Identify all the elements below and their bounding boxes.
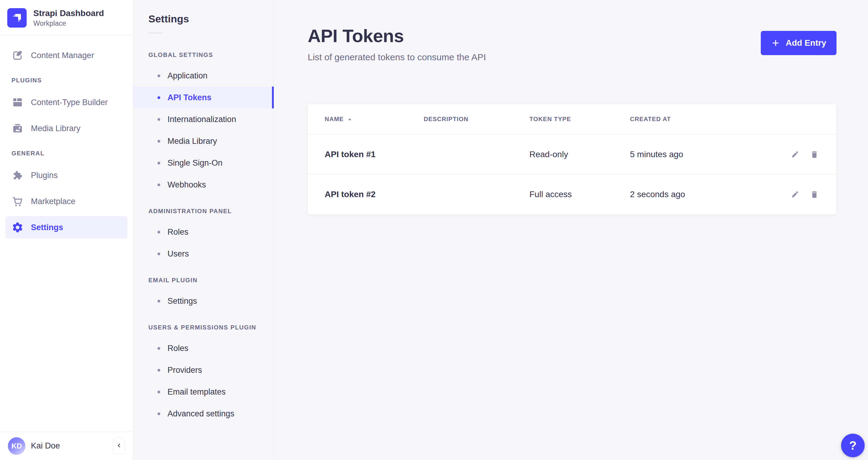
add-entry-label: Add Entry — [786, 38, 826, 48]
subnav-item-providers[interactable]: Providers — [133, 359, 274, 381]
subnav-section-email-plugin: EMAIL PLUGIN Settings — [133, 277, 274, 312]
column-header-name[interactable]: NAME — [325, 116, 424, 123]
strapi-logo-icon — [7, 8, 27, 28]
pencil-icon — [790, 190, 800, 199]
subnav-item-webhooks[interactable]: Webhooks — [133, 174, 274, 196]
delete-token-button[interactable] — [809, 189, 819, 200]
bullet-icon — [157, 391, 160, 393]
add-entry-button[interactable]: Add Entry — [761, 31, 837, 55]
sidebar-item-marketplace[interactable]: Marketplace — [5, 190, 127, 213]
token-created-at: 2 seconds ago — [630, 190, 774, 199]
image-icon — [11, 122, 24, 134]
edit-token-button[interactable] — [790, 149, 800, 160]
subnav-section-label: USERS & PERMISSIONS PLUGIN — [133, 324, 274, 331]
layout-grid-icon — [11, 96, 24, 109]
bullet-icon — [157, 252, 160, 255]
chevron-left-icon — [116, 442, 122, 450]
sidebar-nav: Content Manager PLUGINS Content-Type Bui… — [0, 36, 133, 432]
subnav-item-email-templates[interactable]: Email templates — [133, 381, 274, 403]
bullet-icon — [157, 231, 160, 234]
subnav-item-label: Roles — [167, 344, 188, 353]
subnav-title: Settings — [133, 13, 274, 25]
subnav-item-label: Media Library — [167, 136, 217, 146]
cart-icon — [11, 195, 24, 208]
bullet-icon — [157, 96, 160, 99]
subnav-item-advanced-settings[interactable]: Advanced settings — [133, 403, 274, 425]
sidebar-item-plugins[interactable]: Plugins — [5, 164, 127, 187]
sidebar-section-general: GENERAL — [11, 150, 127, 157]
delete-token-button[interactable] — [809, 149, 819, 160]
subnav-section-label: ADMINISTRATION PANEL — [133, 208, 274, 215]
sidebar-item-label: Settings — [31, 223, 63, 232]
subnav-item-label: API Tokens — [167, 93, 211, 102]
subnav-item-internationalization[interactable]: Internationalization — [133, 109, 274, 130]
avatar[interactable]: KD — [8, 437, 26, 455]
token-name: API token #1 — [325, 150, 424, 159]
subnav-item-label: Application — [167, 71, 208, 81]
subnav-item-label: Advanced settings — [167, 409, 235, 419]
sidebar-item-label: Plugins — [31, 171, 58, 180]
puzzle-icon — [11, 169, 24, 181]
subnav-item-application[interactable]: Application — [133, 65, 274, 87]
column-header-token-type: TOKEN TYPE — [529, 116, 630, 123]
subnav-section-label: GLOBAL SETTINGS — [133, 52, 274, 59]
subnav-item-label: Providers — [167, 366, 202, 375]
subnav-item-api-tokens[interactable]: API Tokens — [133, 87, 274, 109]
brand-home-link[interactable]: Strapi Dashboard Workplace — [0, 0, 133, 35]
subnav-item-label: Single Sign-On — [167, 158, 223, 168]
app-title: Strapi Dashboard — [33, 8, 104, 19]
subnav-item-label: Settings — [167, 297, 197, 306]
trash-icon — [810, 150, 819, 159]
bullet-icon — [157, 347, 160, 350]
subnav-item-label: Email templates — [167, 387, 226, 397]
bullet-icon — [157, 140, 160, 143]
subnav-item-admin-roles[interactable]: Roles — [133, 221, 274, 243]
bullet-icon — [157, 118, 160, 121]
table-row: API token #2 Full access 2 seconds ago — [308, 175, 837, 214]
column-header-created-at: CREATED AT — [630, 116, 774, 123]
bullet-icon — [157, 162, 160, 164]
bullet-icon — [157, 184, 160, 186]
help-button[interactable]: ? — [841, 434, 865, 457]
table-row: API token #1 Read-only 5 minutes ago — [308, 134, 837, 175]
token-type: Read-only — [529, 150, 630, 159]
subnav-item-up-roles[interactable]: Roles — [133, 337, 274, 359]
edit-token-button[interactable] — [790, 189, 800, 200]
divider — [148, 33, 163, 33]
token-type: Full access — [529, 190, 630, 199]
sidebar-item-content-type-builder[interactable]: Content-Type Builder — [5, 91, 127, 114]
user-name: Kai Doe — [31, 441, 107, 451]
subnav-item-label: Users — [167, 249, 189, 258]
sidebar-item-settings[interactable]: Settings — [5, 216, 127, 239]
table-header-row: NAME DESCRIPTION TOKEN TYPE CREATED AT — [308, 104, 837, 134]
sidebar-item-media-library[interactable]: Media Library — [5, 117, 127, 140]
main-content: API Tokens List of generated tokens to c… — [274, 0, 868, 460]
subnav-item-single-sign-on[interactable]: Single Sign-On — [133, 152, 274, 174]
column-header-description: DESCRIPTION — [424, 116, 529, 123]
page-subtitle: List of generated tokens to consume the … — [308, 52, 486, 62]
bullet-icon — [157, 369, 160, 372]
subnav-item-admin-users[interactable]: Users — [133, 243, 274, 265]
subnav-section-label: EMAIL PLUGIN — [133, 277, 274, 284]
sidebar-section-plugins: PLUGINS — [11, 77, 127, 84]
sidebar-footer: KD Kai Doe — [0, 432, 133, 460]
workspace-name: Workplace — [33, 20, 104, 28]
sidebar-item-label: Content-Type Builder — [31, 98, 108, 107]
tokens-table-card: NAME DESCRIPTION TOKEN TYPE CREATED AT A… — [308, 104, 837, 214]
subnav-item-label: Roles — [167, 227, 188, 237]
token-created-at: 5 minutes ago — [630, 150, 774, 159]
subnav-item-email-settings[interactable]: Settings — [133, 290, 274, 312]
page-header: API Tokens List of generated tokens to c… — [308, 26, 837, 62]
token-name: API token #2 — [325, 190, 424, 199]
subnav-section-administration-panel: ADMINISTRATION PANEL Roles Users — [133, 208, 274, 265]
feather-icon — [11, 49, 24, 61]
sidebar-item-label: Marketplace — [31, 197, 75, 206]
settings-subnav: Settings GLOBAL SETTINGS Application API… — [133, 0, 274, 460]
sidebar-item-content-manager[interactable]: Content Manager — [5, 44, 127, 67]
pencil-icon — [790, 150, 800, 159]
collapse-sidebar-button[interactable] — [113, 438, 125, 454]
subnav-item-media-library[interactable]: Media Library — [133, 130, 274, 152]
subnav-section-global-settings: GLOBAL SETTINGS Application API Tokens I… — [133, 52, 274, 196]
subnav-section-users-permissions: USERS & PERMISSIONS PLUGIN Roles Provide… — [133, 324, 274, 425]
subnav-item-label: Internationalization — [167, 115, 236, 124]
